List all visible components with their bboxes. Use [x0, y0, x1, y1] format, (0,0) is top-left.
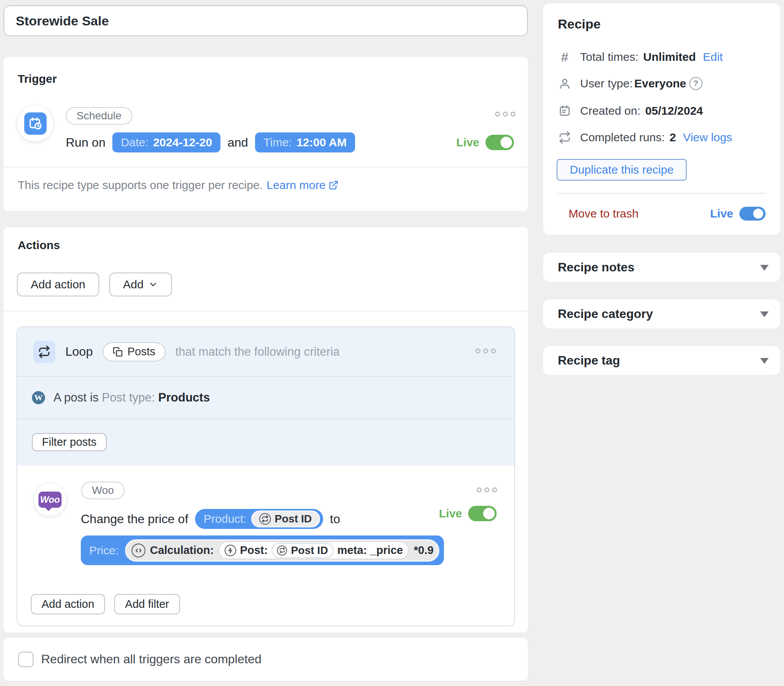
woo-integration-avatar: Woo: [33, 483, 67, 517]
trigger-live-toggle[interactable]: [485, 135, 514, 150]
edit-link[interactable]: Edit: [703, 50, 723, 63]
actions-card: Actions Add action Add Loop: [3, 227, 528, 632]
filter-sentence-prefix: A post is: [53, 391, 98, 404]
triangle-down-icon[interactable]: [760, 311, 769, 317]
recipe-notes-panel[interactable]: Recipe notes: [543, 253, 780, 282]
product-post-id-token[interactable]: Post ID: [251, 510, 320, 527]
action-live-toggle[interactable]: [468, 506, 497, 521]
action-sentence: Change the price of Product: Post ID to: [81, 508, 340, 530]
external-link-icon: [329, 180, 339, 190]
user-type-label: User type:: [580, 77, 633, 90]
copy-icon: [113, 347, 123, 357]
divider: [3, 167, 528, 167]
calculation-token[interactable]: Calculation: Post:: [125, 539, 439, 562]
recipe-live-row: Live: [710, 207, 766, 221]
trigger-footer: This recipe type supports one trigger pe…: [18, 179, 339, 192]
loop-action-toolbar: Add action Add filter: [31, 594, 180, 614]
trigger-footer-text: This recipe type supports one trigger pe…: [18, 179, 263, 192]
schedule-integration-avatar: [17, 105, 54, 142]
recipe-tag-panel[interactable]: Recipe tag: [543, 346, 780, 375]
chevron-down-icon: [148, 279, 158, 289]
learn-more-link[interactable]: Learn more: [267, 179, 339, 192]
post-label: Post:: [240, 544, 268, 557]
wordpress-icon: W: [32, 391, 45, 404]
time-token-label: Time:: [264, 136, 292, 149]
date-token[interactable]: Date: 2024-12-20: [112, 132, 220, 152]
loop-header: Loop Posts that match the following crit…: [17, 327, 514, 376]
divider: [557, 193, 766, 194]
schedule-badge[interactable]: Schedule: [66, 107, 132, 125]
action-live-label: Live: [439, 507, 462, 520]
filter-sentence-field: Post type:: [102, 391, 155, 404]
redirect-card: Redirect when all triggers are completed: [3, 638, 528, 681]
time-token-value: 12:00 AM: [297, 136, 347, 149]
price-token-label: Price:: [89, 544, 119, 557]
recipe-category-panel[interactable]: Recipe category: [543, 299, 780, 328]
redirect-checkbox[interactable]: [18, 652, 33, 667]
completed-runs-label: Completed runs:: [580, 131, 665, 144]
add-dropdown-button[interactable]: Add: [109, 273, 172, 296]
recipe-panel: Recipe # Total times: Unlimited Edit Use…: [543, 3, 780, 235]
redirect-label: Redirect when all triggers are completed: [41, 638, 262, 681]
learn-more-label: Learn more: [267, 179, 325, 192]
price-token[interactable]: Price: Calculation: Po: [81, 535, 444, 565]
loop-filter-row: Filter posts: [17, 419, 514, 465]
loop-add-filter-button[interactable]: Add filter: [114, 594, 180, 614]
ellipsis-menu-icon[interactable]: [495, 112, 515, 117]
post-meta-token[interactable]: Post: Post ID meta: _price: [219, 541, 409, 559]
loop-block: Loop Posts that match the following crit…: [17, 326, 515, 626]
multiplier-text: *0.9: [414, 544, 434, 557]
post-id-label: Post ID: [291, 544, 328, 557]
filter-posts-button[interactable]: Filter posts: [32, 433, 107, 451]
hash-icon: #: [558, 50, 572, 65]
recipe-title-input[interactable]: [3, 5, 528, 36]
trigger-sentence-prefix: Run on: [66, 136, 105, 150]
woo-action: Woo Woo Live Change the price of Product…: [17, 465, 514, 626]
action-sentence-middle: to: [330, 512, 340, 526]
move-to-trash-link[interactable]: Move to trash: [569, 207, 639, 220]
product-token[interactable]: Product: Post ID: [195, 509, 323, 529]
code-icon: [132, 544, 145, 557]
trigger-live-row: Live: [456, 135, 514, 150]
add-action-button[interactable]: Add action: [17, 273, 99, 296]
trigger-conjunction: and: [227, 136, 248, 150]
recipe-meta-row: User type: Everyone ?: [558, 75, 766, 92]
time-token[interactable]: Time: 12:00 AM: [255, 132, 355, 152]
product-token-label: Product:: [204, 512, 247, 525]
trigger-sentence: Run on Date: 2024-12-20 and Time: 12:00 …: [66, 132, 355, 152]
add-dropdown-label: Add: [123, 278, 143, 291]
ellipsis-menu-icon[interactable]: [477, 487, 497, 492]
triangle-down-icon[interactable]: [760, 358, 769, 364]
recipe-live-toggle[interactable]: [739, 207, 766, 221]
actions-toolbar: Add action Add: [17, 273, 172, 296]
recipe-meta-row: Completed runs: 2 View logs: [558, 129, 766, 146]
duplicate-recipe-button[interactable]: Duplicate this recipe: [557, 159, 687, 181]
meta-text: meta: _price: [337, 544, 403, 557]
product-post-id-label: Post ID: [275, 513, 312, 525]
triangle-down-icon[interactable]: [760, 265, 769, 271]
recipe-category-title: Recipe category: [558, 299, 653, 328]
total-times-value: Unlimited: [643, 50, 696, 63]
post-id-token[interactable]: Post ID: [272, 543, 333, 558]
question-circle-icon[interactable]: ?: [689, 77, 702, 90]
calendar-icon: [558, 105, 572, 117]
woo-icon: Woo: [38, 492, 62, 508]
loop-filter-sentence[interactable]: W A post is Post type: Products: [17, 377, 514, 418]
divider: [3, 311, 528, 311]
calendar-clock-icon: [24, 112, 47, 135]
recipe-tag-title: Recipe tag: [558, 346, 620, 375]
loop-label: Loop: [65, 345, 93, 359]
ellipsis-menu-icon[interactable]: [475, 348, 496, 353]
woo-badge-label[interactable]: Woo: [81, 482, 125, 499]
trigger-card: Trigger Schedule Run on Date: 2024-12-20…: [3, 57, 528, 211]
repeat-icon: [558, 131, 572, 144]
action-sentence-prefix: Change the price of: [81, 512, 188, 526]
loop-add-action-button[interactable]: Add action: [31, 594, 105, 614]
loop-posts-token[interactable]: Posts: [103, 342, 165, 361]
view-logs-link[interactable]: View logs: [683, 131, 732, 144]
filter-sentence-value: Products: [158, 391, 210, 404]
date-token-label: Date:: [121, 136, 148, 149]
trigger-heading: Trigger: [18, 72, 57, 85]
user-icon: [558, 77, 572, 90]
actions-heading: Actions: [18, 239, 60, 252]
